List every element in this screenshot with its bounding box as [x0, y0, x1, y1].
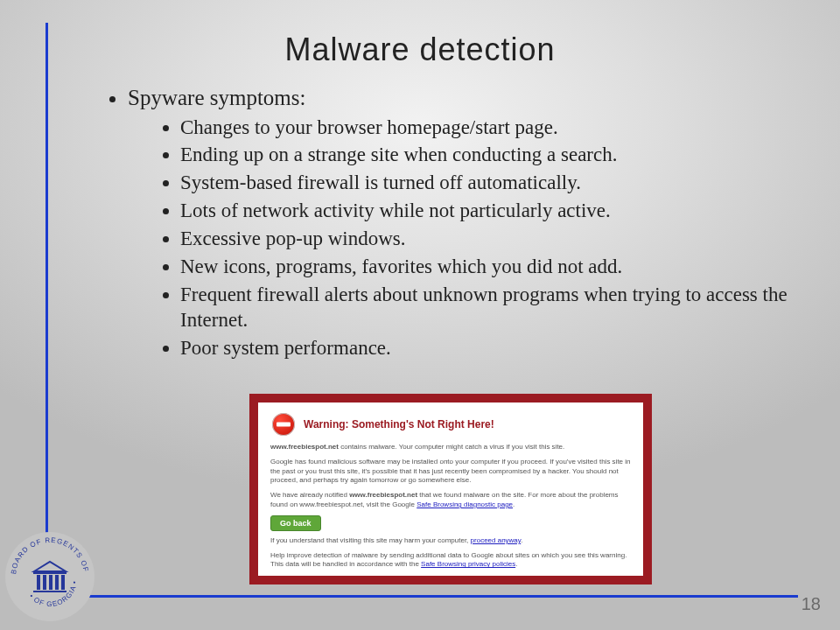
stop-icon: [270, 411, 297, 438]
accent-horizontal-line: [46, 595, 798, 598]
warning-line1: contains malware. Your computer might ca…: [339, 443, 564, 451]
svg-rect-5: [43, 575, 46, 590]
go-back-button[interactable]: Go back: [270, 515, 321, 531]
heading-text: Spyware symptoms:: [128, 86, 305, 109]
list-item: New icons, programs, favorites which you…: [180, 255, 796, 283]
list-item: Ending up on a strange site when conduct…: [180, 143, 796, 171]
list-item: System-based firewall is turned off auto…: [180, 171, 796, 199]
bullet-heading: Spyware symptoms: Changes to your browse…: [128, 84, 796, 364]
diagnostic-link[interactable]: Safe Browsing diagnostic page: [416, 500, 513, 508]
warning-domain: www.freebiespot.net: [270, 443, 339, 451]
svg-rect-4: [37, 575, 40, 590]
seal-top-text: BOARD OF REGENTS OF THE UNIVERSITY SYSTE…: [5, 532, 90, 576]
privacy-link[interactable]: Safe Browsing privacy policies: [421, 560, 515, 568]
warning-domain2: www.freebiespot.net: [349, 491, 417, 499]
university-system-seal: BOARD OF REGENTS OF THE UNIVERSITY SYSTE…: [5, 532, 94, 621]
page-number: 18: [802, 594, 821, 614]
slide-title: Malware detection: [0, 32, 840, 68]
slide: Malware detection Spyware symptoms: Chan…: [0, 0, 840, 630]
slide-content: Spyware symptoms: Changes to your browse…: [105, 84, 796, 364]
warning-title: Warning: Something's Not Right Here!: [304, 418, 494, 430]
list-item: Poor system performance.: [180, 336, 796, 364]
svg-rect-6: [49, 575, 52, 590]
proceed-text: If you understand that visiting this sit…: [270, 536, 471, 544]
list-item: Changes to your browser homepage/start p…: [180, 116, 796, 144]
seal-bottom-text: • OF GEORGIA •: [28, 580, 79, 608]
browser-warning-body: Warning: Something's Not Right Here! www…: [258, 402, 643, 576]
list-item: Frequent firewall alerts about unknown p…: [180, 283, 796, 336]
list-item: Excessive pop-up windows.: [180, 227, 796, 255]
warning-para2: Google has found malicious software may …: [270, 458, 631, 486]
svg-rect-8: [61, 575, 65, 590]
accent-vertical-line: [46, 23, 48, 596]
svg-text:BOARD OF REGENTS OF THE UNIVER: BOARD OF REGENTS OF THE UNIVERSITY SYSTE…: [5, 532, 90, 576]
svg-marker-2: [34, 562, 66, 571]
building-icon: [33, 562, 66, 592]
browser-warning-card: Warning: Something's Not Right Here! www…: [249, 394, 652, 584]
svg-rect-7: [55, 575, 59, 590]
svg-text:• OF GEORGIA •: • OF GEORGIA •: [28, 580, 79, 608]
symptom-list: Changes to your browser homepage/start p…: [128, 116, 796, 365]
list-item: Lots of network activity while not parti…: [180, 199, 796, 227]
proceed-anyway-link[interactable]: proceed anyway: [471, 536, 522, 544]
warning-para3a: We have already notified: [270, 491, 349, 499]
